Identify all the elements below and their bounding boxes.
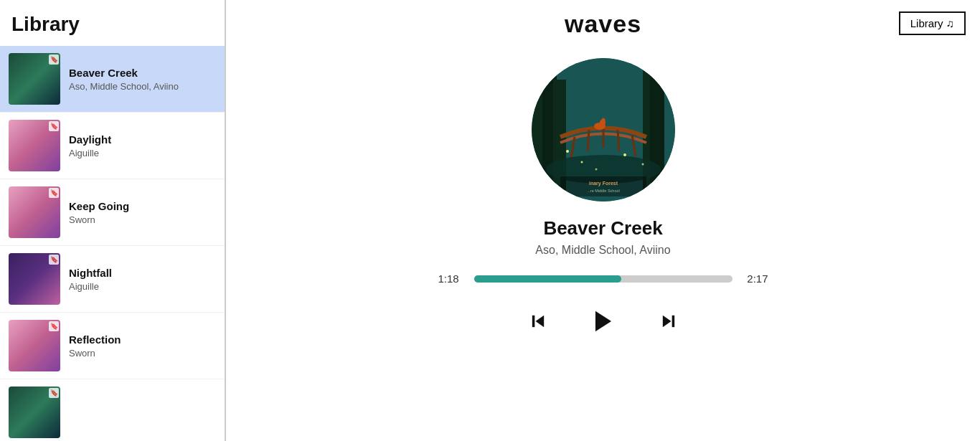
item-thumbnail: 🔖 [9, 253, 60, 305]
sidebar: Library 🔖Beaver CreekAso, Middle School,… [0, 0, 226, 441]
svg-marker-28 [595, 311, 611, 332]
item-thumbnail: 🔖 [9, 387, 60, 438]
item-title: Nightfall [69, 267, 112, 279]
album-art: inary Forest ...re Middle School [532, 58, 675, 201]
song-title: Beaver Creek [543, 217, 662, 240]
svg-point-22 [595, 169, 597, 171]
item-thumbnail: 🔖 [9, 320, 60, 371]
play-pause-button[interactable] [587, 305, 620, 338]
svg-point-20 [623, 153, 626, 156]
library-button[interactable]: Library ♫ [899, 11, 966, 35]
total-time: 2:17 [743, 272, 768, 285]
svg-point-21 [641, 163, 644, 166]
item-thumbnail: 🔖 [9, 186, 60, 238]
progress-area: 1:18 2:17 [438, 272, 768, 285]
svg-text:inary Forest: inary Forest [588, 181, 618, 186]
svg-text:...re Middle School: ...re Middle School [587, 189, 620, 193]
library-list: 🔖Beaver CreekAso, Middle School, Aviino🔖… [0, 46, 225, 441]
playback-controls [525, 305, 682, 338]
previous-icon [528, 311, 548, 331]
svg-point-19 [580, 161, 583, 163]
item-info: DaylightAiguille [69, 133, 111, 158]
svg-rect-27 [532, 316, 534, 327]
library-item[interactable]: 🔖 [0, 379, 225, 441]
svg-rect-23 [560, 176, 646, 196]
item-artist: Aso, Middle School, Aviino [69, 81, 179, 92]
item-title: Reflection [69, 333, 121, 346]
item-info: ReflectionSworn [69, 333, 121, 359]
svg-marker-29 [662, 316, 671, 327]
svg-point-18 [566, 150, 569, 153]
library-item[interactable]: 🔖DaylightAiguille [0, 113, 225, 179]
svg-rect-30 [672, 316, 674, 327]
item-title: Beaver Creek [69, 67, 179, 79]
svg-marker-26 [535, 316, 544, 327]
svg-point-15 [600, 120, 606, 125]
item-thumbnail: 🔖 [9, 53, 60, 105]
library-item[interactable]: 🔖NightfallAiguille [0, 246, 225, 313]
svg-line-11 [618, 130, 619, 151]
next-button[interactable] [656, 308, 682, 334]
item-artist: Sworn [69, 214, 129, 225]
item-title: Keep Going [69, 200, 129, 212]
item-artist: Aiguille [69, 281, 112, 292]
item-info: NightfallAiguille [69, 267, 112, 292]
play-icon [590, 308, 617, 335]
album-art-svg: inary Forest ...re Middle School [532, 58, 675, 201]
app-title: waves [565, 10, 641, 38]
item-title: Daylight [69, 133, 111, 146]
item-info: Beaver CreekAso, Middle School, Aviino [69, 67, 179, 92]
item-artist: Sworn [69, 348, 121, 359]
progress-fill [474, 275, 621, 283]
library-item[interactable]: 🔖Beaver CreekAso, Middle School, Aviino [0, 46, 225, 113]
current-time: 1:18 [438, 272, 464, 285]
item-artist: Aiguille [69, 148, 111, 158]
svg-rect-7 [650, 76, 664, 201]
item-thumbnail: 🔖 [9, 120, 60, 171]
item-info: Keep GoingSworn [69, 200, 129, 225]
next-icon [659, 311, 679, 331]
progress-bar[interactable] [474, 275, 732, 283]
sidebar-title: Library [0, 0, 225, 46]
library-item[interactable]: 🔖Keep GoingSworn [0, 179, 225, 246]
previous-button[interactable] [525, 308, 551, 334]
main-player: waves Library ♫ [226, 0, 980, 441]
library-item[interactable]: 🔖ReflectionSworn [0, 313, 225, 379]
song-artists: Aso, Middle School, Aviino [535, 244, 670, 257]
svg-line-9 [588, 130, 589, 151]
